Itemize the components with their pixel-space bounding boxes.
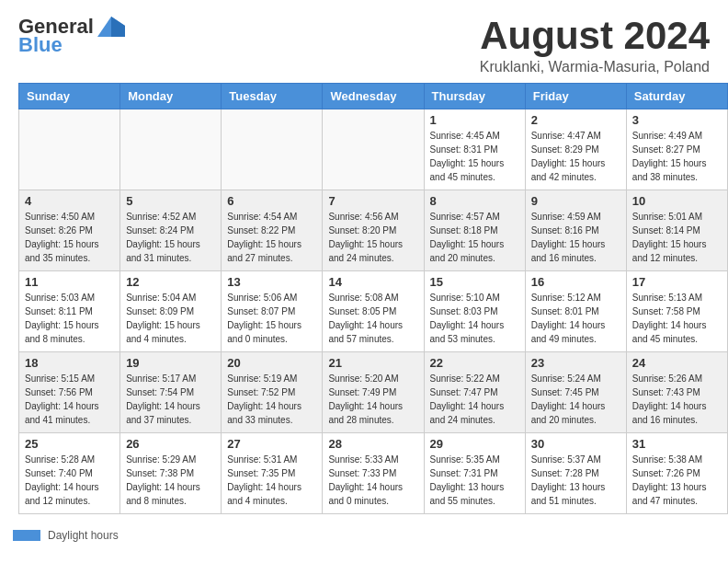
- calendar-cell-w1-d5: 1Sunrise: 4:45 AM Sunset: 8:31 PM Daylig…: [424, 109, 525, 190]
- day-info: Sunrise: 5:24 AM Sunset: 7:45 PM Dayligh…: [531, 372, 620, 427]
- day-number: 6: [227, 194, 316, 208]
- day-info: Sunrise: 5:17 AM Sunset: 7:54 PM Dayligh…: [126, 372, 215, 427]
- day-info: Sunrise: 4:56 AM Sunset: 8:20 PM Dayligh…: [328, 210, 417, 265]
- calendar-cell-w3-d4: 14Sunrise: 5:08 AM Sunset: 8:05 PM Dayli…: [323, 271, 424, 352]
- week-row-3: 11Sunrise: 5:03 AM Sunset: 8:11 PM Dayli…: [19, 271, 728, 352]
- day-info: Sunrise: 5:29 AM Sunset: 7:38 PM Dayligh…: [126, 453, 215, 508]
- calendar-cell-w2-d2: 5Sunrise: 4:52 AM Sunset: 8:24 PM Daylig…: [120, 190, 222, 271]
- day-number: 4: [25, 194, 114, 208]
- day-number: 9: [531, 194, 620, 208]
- day-info: Sunrise: 4:54 AM Sunset: 8:22 PM Dayligh…: [227, 210, 316, 265]
- legend-label: Daylight hours: [48, 529, 119, 542]
- calendar-body: 1Sunrise: 4:45 AM Sunset: 8:31 PM Daylig…: [19, 109, 728, 514]
- day-info: Sunrise: 4:59 AM Sunset: 8:16 PM Dayligh…: [531, 210, 620, 265]
- day-number: 29: [430, 437, 519, 451]
- calendar-cell-w2-d7: 10Sunrise: 5:01 AM Sunset: 8:14 PM Dayli…: [626, 190, 727, 271]
- day-number: 2: [531, 113, 620, 127]
- calendar-header: Sunday Monday Tuesday Wednesday Thursday…: [19, 84, 728, 109]
- day-info: Sunrise: 5:06 AM Sunset: 8:07 PM Dayligh…: [227, 291, 316, 346]
- day-number: 30: [531, 437, 620, 451]
- day-info: Sunrise: 4:57 AM Sunset: 8:18 PM Dayligh…: [430, 210, 519, 265]
- location: Kruklanki, Warmia-Masuria, Poland: [480, 59, 710, 75]
- calendar-cell-w1-d1: [19, 109, 120, 190]
- day-info: Sunrise: 4:49 AM Sunset: 8:27 PM Dayligh…: [632, 129, 722, 184]
- day-info: Sunrise: 5:35 AM Sunset: 7:31 PM Dayligh…: [430, 453, 519, 508]
- calendar-cell-w4-d2: 19Sunrise: 5:17 AM Sunset: 7:54 PM Dayli…: [120, 352, 222, 433]
- calendar-cell-w1-d2: [120, 109, 222, 190]
- logo-blue-text: Blue: [18, 33, 63, 57]
- day-number: 26: [126, 437, 215, 451]
- calendar-cell-w3-d1: 11Sunrise: 5:03 AM Sunset: 8:11 PM Dayli…: [19, 271, 120, 352]
- calendar-cell-w3-d3: 13Sunrise: 5:06 AM Sunset: 8:07 PM Dayli…: [222, 271, 323, 352]
- col-friday: Friday: [525, 84, 626, 109]
- calendar-cell-w2-d5: 8Sunrise: 4:57 AM Sunset: 8:18 PM Daylig…: [424, 190, 525, 271]
- col-monday: Monday: [120, 84, 222, 109]
- calendar-cell-w2-d6: 9Sunrise: 4:59 AM Sunset: 8:16 PM Daylig…: [525, 190, 626, 271]
- day-number: 24: [632, 356, 722, 370]
- calendar-cell-w2-d3: 6Sunrise: 4:54 AM Sunset: 8:22 PM Daylig…: [222, 190, 323, 271]
- week-row-4: 18Sunrise: 5:15 AM Sunset: 7:56 PM Dayli…: [19, 352, 728, 433]
- day-number: 17: [632, 275, 722, 289]
- col-saturday: Saturday: [626, 84, 727, 109]
- calendar-cell-w4-d4: 21Sunrise: 5:20 AM Sunset: 7:49 PM Dayli…: [323, 352, 424, 433]
- day-info: Sunrise: 5:22 AM Sunset: 7:47 PM Dayligh…: [430, 372, 519, 427]
- day-number: 16: [531, 275, 620, 289]
- legend: Daylight hours: [0, 523, 728, 547]
- calendar-cell-w4-d1: 18Sunrise: 5:15 AM Sunset: 7:56 PM Dayli…: [19, 352, 120, 433]
- day-number: 22: [430, 356, 519, 370]
- day-info: Sunrise: 5:13 AM Sunset: 7:58 PM Dayligh…: [632, 291, 722, 346]
- page-header: General Blue August 2024 Kruklanki, Warm…: [0, 0, 728, 83]
- day-info: Sunrise: 5:12 AM Sunset: 8:01 PM Dayligh…: [531, 291, 620, 346]
- calendar-cell-w4-d6: 23Sunrise: 5:24 AM Sunset: 7:45 PM Dayli…: [525, 352, 626, 433]
- header-row: Sunday Monday Tuesday Wednesday Thursday…: [19, 84, 728, 109]
- day-number: 18: [25, 356, 114, 370]
- calendar-table: Sunday Monday Tuesday Wednesday Thursday…: [18, 83, 728, 514]
- calendar-cell-w5-d7: 31Sunrise: 5:38 AM Sunset: 7:26 PM Dayli…: [626, 433, 727, 514]
- day-info: Sunrise: 5:33 AM Sunset: 7:33 PM Dayligh…: [328, 453, 417, 508]
- day-number: 13: [227, 275, 316, 289]
- day-info: Sunrise: 5:10 AM Sunset: 8:03 PM Dayligh…: [430, 291, 519, 346]
- calendar-cell-w5-d1: 25Sunrise: 5:28 AM Sunset: 7:40 PM Dayli…: [19, 433, 120, 514]
- day-info: Sunrise: 5:20 AM Sunset: 7:49 PM Dayligh…: [328, 372, 417, 427]
- day-number: 19: [126, 356, 215, 370]
- calendar-cell-w3-d6: 16Sunrise: 5:12 AM Sunset: 8:01 PM Dayli…: [525, 271, 626, 352]
- day-number: 28: [328, 437, 417, 451]
- col-sunday: Sunday: [19, 84, 120, 109]
- logo-icon: [97, 17, 125, 37]
- day-number: 20: [227, 356, 316, 370]
- calendar-cell-w1-d6: 2Sunrise: 4:47 AM Sunset: 8:29 PM Daylig…: [525, 109, 626, 190]
- day-number: 8: [430, 194, 519, 208]
- logo: General Blue: [18, 15, 125, 57]
- calendar-cell-w5-d3: 27Sunrise: 5:31 AM Sunset: 7:35 PM Dayli…: [222, 433, 323, 514]
- day-info: Sunrise: 4:45 AM Sunset: 8:31 PM Dayligh…: [430, 129, 519, 184]
- day-number: 15: [430, 275, 519, 289]
- day-number: 27: [227, 437, 316, 451]
- day-info: Sunrise: 4:52 AM Sunset: 8:24 PM Dayligh…: [126, 210, 215, 265]
- day-number: 5: [126, 194, 215, 208]
- day-info: Sunrise: 5:37 AM Sunset: 7:28 PM Dayligh…: [531, 453, 620, 508]
- title-section: August 2024 Kruklanki, Warmia-Masuria, P…: [480, 15, 710, 75]
- calendar-cell-w4-d3: 20Sunrise: 5:19 AM Sunset: 7:52 PM Dayli…: [222, 352, 323, 433]
- calendar-cell-w5-d2: 26Sunrise: 5:29 AM Sunset: 7:38 PM Dayli…: [120, 433, 222, 514]
- calendar-cell-w2-d1: 4Sunrise: 4:50 AM Sunset: 8:26 PM Daylig…: [19, 190, 120, 271]
- day-info: Sunrise: 5:08 AM Sunset: 8:05 PM Dayligh…: [328, 291, 417, 346]
- calendar-wrapper: Sunday Monday Tuesday Wednesday Thursday…: [0, 83, 728, 523]
- day-number: 10: [632, 194, 722, 208]
- col-wednesday: Wednesday: [323, 84, 424, 109]
- day-number: 21: [328, 356, 417, 370]
- calendar-cell-w2-d4: 7Sunrise: 4:56 AM Sunset: 8:20 PM Daylig…: [323, 190, 424, 271]
- day-number: 25: [25, 437, 114, 451]
- day-info: Sunrise: 5:31 AM Sunset: 7:35 PM Dayligh…: [227, 453, 316, 508]
- calendar-cell-w1-d3: [222, 109, 323, 190]
- col-tuesday: Tuesday: [222, 84, 323, 109]
- day-number: 12: [126, 275, 215, 289]
- week-row-5: 25Sunrise: 5:28 AM Sunset: 7:40 PM Dayli…: [19, 433, 728, 514]
- day-info: Sunrise: 4:50 AM Sunset: 8:26 PM Dayligh…: [25, 210, 114, 265]
- col-thursday: Thursday: [424, 84, 525, 109]
- calendar-cell-w4-d5: 22Sunrise: 5:22 AM Sunset: 7:47 PM Dayli…: [424, 352, 525, 433]
- day-info: Sunrise: 5:03 AM Sunset: 8:11 PM Dayligh…: [25, 291, 114, 346]
- day-number: 7: [328, 194, 417, 208]
- week-row-1: 1Sunrise: 4:45 AM Sunset: 8:31 PM Daylig…: [19, 109, 728, 190]
- calendar-cell-w3-d5: 15Sunrise: 5:10 AM Sunset: 8:03 PM Dayli…: [424, 271, 525, 352]
- day-info: Sunrise: 5:19 AM Sunset: 7:52 PM Dayligh…: [227, 372, 316, 427]
